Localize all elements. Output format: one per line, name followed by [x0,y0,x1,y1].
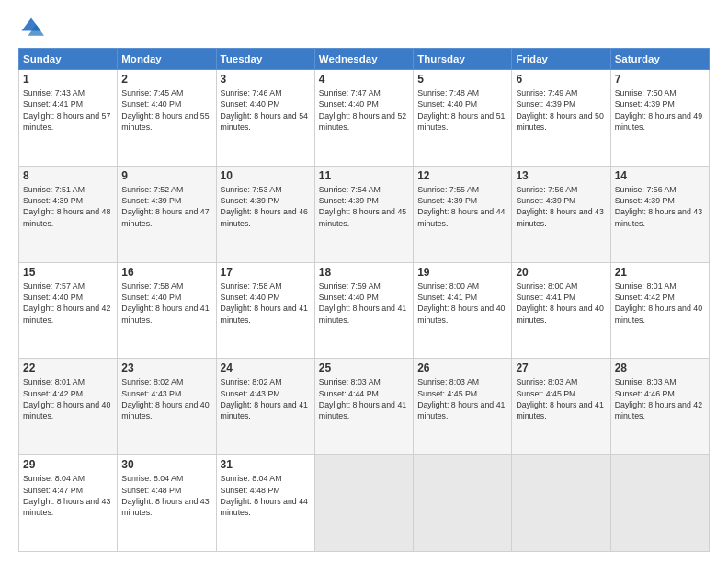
day-detail: Sunrise: 8:01 AMSunset: 4:42 PMDaylight:… [23,377,110,420]
day-detail: Sunrise: 7:51 AMSunset: 4:39 PMDaylight:… [23,185,110,228]
day-detail: Sunrise: 8:01 AMSunset: 4:42 PMDaylight:… [615,282,702,325]
calendar-cell: 23 Sunrise: 8:02 AMSunset: 4:43 PMDaylig… [118,359,216,455]
calendar-cell: 30 Sunrise: 8:04 AMSunset: 4:48 PMDaylig… [118,455,216,552]
day-number: 12 [417,169,507,182]
day-number: 30 [121,458,211,471]
calendar-cell: 13 Sunrise: 7:56 AMSunset: 4:39 PMDaylig… [512,166,610,262]
calendar-cell: 29 Sunrise: 8:04 AMSunset: 4:47 PMDaylig… [19,455,118,552]
day-detail: Sunrise: 7:58 AMSunset: 4:40 PMDaylight:… [121,282,209,325]
calendar-cell: 21 Sunrise: 8:01 AMSunset: 4:42 PMDaylig… [610,262,709,359]
calendar-cell: 17 Sunrise: 7:58 AMSunset: 4:40 PMDaylig… [216,262,314,359]
day-number: 17 [221,266,311,279]
calendar-cell: 24 Sunrise: 8:02 AMSunset: 4:43 PMDaylig… [216,359,314,455]
calendar-cell: 16 Sunrise: 7:58 AMSunset: 4:40 PMDaylig… [118,262,216,359]
week-row-2: 8 Sunrise: 7:51 AMSunset: 4:39 PMDayligh… [19,166,710,262]
day-detail: Sunrise: 7:54 AMSunset: 4:39 PMDaylight:… [319,185,406,228]
weekday-header-monday: Monday [118,49,216,70]
day-number: 6 [516,73,606,86]
calendar-cell: 5 Sunrise: 7:48 AMSunset: 4:40 PMDayligh… [414,70,512,167]
day-number: 3 [221,73,311,86]
day-detail: Sunrise: 8:02 AMSunset: 4:43 PMDaylight:… [221,377,308,420]
week-row-4: 22 Sunrise: 8:01 AMSunset: 4:42 PMDaylig… [19,359,710,455]
day-detail: Sunrise: 7:50 AMSunset: 4:39 PMDaylight:… [615,88,702,132]
day-detail: Sunrise: 7:56 AMSunset: 4:39 PMDaylight:… [516,185,603,228]
day-detail: Sunrise: 7:56 AMSunset: 4:39 PMDaylight:… [615,185,702,228]
day-number: 26 [417,362,507,374]
calendar-cell [512,455,610,552]
day-number: 4 [319,73,409,86]
day-number: 9 [121,169,211,182]
day-number: 24 [221,362,311,374]
header [18,15,710,40]
calendar-cell: 28 Sunrise: 8:03 AMSunset: 4:46 PMDaylig… [610,359,709,455]
weekday-header-saturday: Saturday [610,49,709,70]
day-detail: Sunrise: 7:43 AMSunset: 4:41 PMDaylight:… [23,88,110,132]
weekday-header-row: SundayMondayTuesdayWednesdayThursdayFrid… [19,49,710,70]
calendar-cell: 6 Sunrise: 7:49 AMSunset: 4:39 PMDayligh… [512,70,610,167]
calendar-table: SundayMondayTuesdayWednesdayThursdayFrid… [18,48,710,552]
day-number: 28 [615,362,705,374]
logo-icon [18,15,44,40]
day-number: 13 [516,169,606,182]
logo [18,15,48,40]
calendar-cell: 27 Sunrise: 8:03 AMSunset: 4:45 PMDaylig… [512,359,610,455]
calendar-cell: 8 Sunrise: 7:51 AMSunset: 4:39 PMDayligh… [19,166,118,262]
day-number: 18 [319,266,409,279]
weekday-header-sunday: Sunday [19,49,118,70]
calendar-cell: 31 Sunrise: 8:04 AMSunset: 4:48 PMDaylig… [216,455,314,552]
day-detail: Sunrise: 7:52 AMSunset: 4:39 PMDaylight:… [121,185,209,228]
day-detail: Sunrise: 7:53 AMSunset: 4:39 PMDaylight:… [221,185,308,228]
day-number: 25 [319,362,409,374]
weekday-header-friday: Friday [512,49,610,70]
day-number: 22 [23,362,113,374]
day-detail: Sunrise: 7:49 AMSunset: 4:39 PMDaylight:… [516,88,603,132]
weekday-header-wednesday: Wednesday [314,49,413,70]
calendar-cell: 10 Sunrise: 7:53 AMSunset: 4:39 PMDaylig… [216,166,314,262]
day-number: 7 [615,73,705,86]
calendar-cell [414,455,512,552]
day-detail: Sunrise: 8:03 AMSunset: 4:45 PMDaylight:… [417,377,505,420]
calendar-cell: 2 Sunrise: 7:45 AMSunset: 4:40 PMDayligh… [118,70,216,167]
day-detail: Sunrise: 8:04 AMSunset: 4:48 PMDaylight:… [221,474,308,517]
day-detail: Sunrise: 8:04 AMSunset: 4:47 PMDaylight:… [23,474,110,517]
day-number: 10 [221,169,311,182]
day-number: 31 [221,458,311,471]
day-number: 11 [319,169,409,182]
day-detail: Sunrise: 7:55 AMSunset: 4:39 PMDaylight:… [417,185,505,228]
calendar-cell [314,455,413,552]
calendar-cell: 12 Sunrise: 7:55 AMSunset: 4:39 PMDaylig… [414,166,512,262]
calendar-cell: 15 Sunrise: 7:57 AMSunset: 4:40 PMDaylig… [19,262,118,359]
day-number: 27 [516,362,606,374]
calendar-cell: 11 Sunrise: 7:54 AMSunset: 4:39 PMDaylig… [314,166,413,262]
day-number: 5 [417,73,507,86]
calendar-cell: 22 Sunrise: 8:01 AMSunset: 4:42 PMDaylig… [19,359,118,455]
calendar-cell: 26 Sunrise: 8:03 AMSunset: 4:45 PMDaylig… [414,359,512,455]
day-number: 2 [121,73,211,86]
day-detail: Sunrise: 8:00 AMSunset: 4:41 PMDaylight:… [516,282,603,325]
calendar-cell: 1 Sunrise: 7:43 AMSunset: 4:41 PMDayligh… [19,70,118,167]
day-detail: Sunrise: 8:03 AMSunset: 4:46 PMDaylight:… [615,377,702,420]
day-number: 14 [615,169,705,182]
day-detail: Sunrise: 7:48 AMSunset: 4:40 PMDaylight:… [417,88,505,132]
calendar-cell: 19 Sunrise: 8:00 AMSunset: 4:41 PMDaylig… [414,262,512,359]
day-detail: Sunrise: 8:04 AMSunset: 4:48 PMDaylight:… [121,474,209,517]
calendar-cell: 14 Sunrise: 7:56 AMSunset: 4:39 PMDaylig… [610,166,709,262]
week-row-1: 1 Sunrise: 7:43 AMSunset: 4:41 PMDayligh… [19,70,710,167]
day-number: 8 [23,169,113,182]
page: SundayMondayTuesdayWednesdayThursdayFrid… [0,0,728,563]
day-number: 23 [121,362,211,374]
weekday-header-thursday: Thursday [414,49,512,70]
calendar-cell: 25 Sunrise: 8:03 AMSunset: 4:44 PMDaylig… [314,359,413,455]
day-detail: Sunrise: 8:00 AMSunset: 4:41 PMDaylight:… [417,282,505,325]
day-detail: Sunrise: 7:47 AMSunset: 4:40 PMDaylight:… [319,88,406,132]
day-number: 20 [516,266,606,279]
day-number: 19 [417,266,507,279]
day-detail: Sunrise: 7:58 AMSunset: 4:40 PMDaylight:… [221,282,308,325]
day-detail: Sunrise: 7:59 AMSunset: 4:40 PMDaylight:… [319,282,406,325]
week-row-3: 15 Sunrise: 7:57 AMSunset: 4:40 PMDaylig… [19,262,710,359]
calendar-cell: 4 Sunrise: 7:47 AMSunset: 4:40 PMDayligh… [314,70,413,167]
day-number: 15 [23,266,113,279]
day-detail: Sunrise: 7:45 AMSunset: 4:40 PMDaylight:… [121,88,209,132]
day-detail: Sunrise: 8:03 AMSunset: 4:45 PMDaylight:… [516,377,603,420]
calendar-cell: 3 Sunrise: 7:46 AMSunset: 4:40 PMDayligh… [216,70,314,167]
